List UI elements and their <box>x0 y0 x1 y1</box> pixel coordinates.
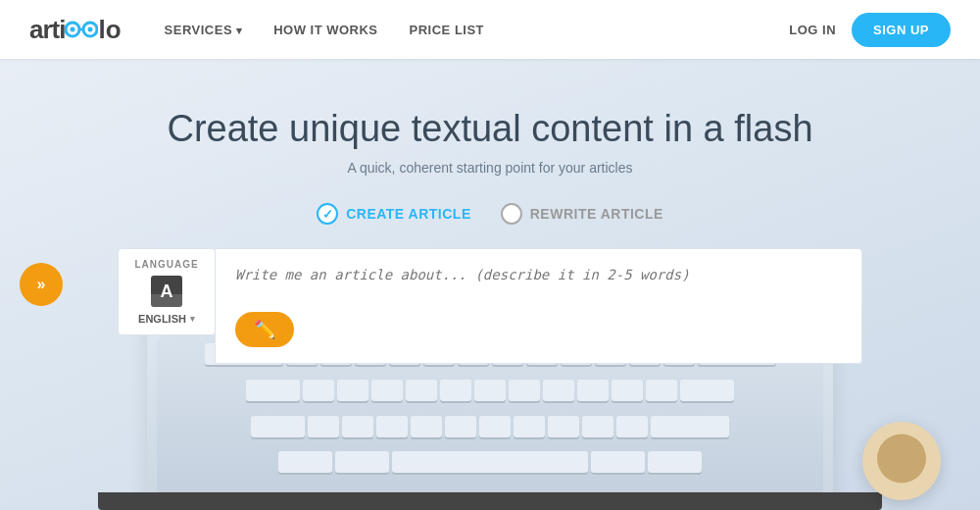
key <box>251 416 305 437</box>
svg-point-2 <box>71 27 75 32</box>
logo-glasses-icon <box>65 20 98 39</box>
hero-subtitle: A quick, coherent starting point for you… <box>347 160 632 176</box>
key <box>648 451 702 473</box>
language-selector[interactable]: LANGUAGE ENGLISH ▾ <box>118 248 216 335</box>
key <box>278 451 332 473</box>
key <box>591 451 645 473</box>
key <box>582 416 613 437</box>
key <box>337 380 368 401</box>
key <box>303 380 334 401</box>
article-topic-input[interactable] <box>235 267 842 298</box>
logo: arti lo <box>29 15 122 45</box>
key <box>371 380 403 401</box>
key <box>514 416 545 437</box>
article-type-selector: CREATE ARTICLE REWRITE ARTICLE <box>317 203 663 225</box>
spacebar-key <box>392 451 588 473</box>
rewrite-article-option[interactable]: REWRITE ARTICLE <box>501 203 663 225</box>
logo-text-arti: arti <box>29 15 65 45</box>
key <box>335 451 389 473</box>
key <box>342 416 373 437</box>
key <box>680 380 734 401</box>
create-article-radio[interactable] <box>317 203 338 225</box>
key <box>246 380 300 401</box>
signup-button[interactable]: SIGN UP <box>852 13 951 47</box>
coffee-cup-decoration <box>862 422 941 500</box>
svg-point-3 <box>88 27 93 32</box>
key <box>577 380 609 401</box>
create-article-label: CREATE ARTICLE <box>346 206 471 222</box>
hero-title: Create unique textual content in a flash <box>167 108 812 150</box>
nav-services[interactable]: SERVICES <box>151 15 257 45</box>
key <box>612 380 643 401</box>
key <box>445 416 476 437</box>
rewrite-article-radio[interactable] <box>501 203 522 225</box>
pencil-icon: ✏️ <box>254 319 275 340</box>
article-input-row: LANGUAGE ENGLISH ▾ ✏️ <box>118 248 862 364</box>
laptop-base-decoration <box>98 492 882 510</box>
key <box>646 380 677 401</box>
key <box>509 380 540 401</box>
key <box>616 416 648 437</box>
key <box>479 416 511 437</box>
key <box>406 380 437 401</box>
chevron-down-icon: ▾ <box>190 314 195 324</box>
create-article-option[interactable]: CREATE ARTICLE <box>317 203 471 225</box>
header-actions: LOG IN SIGN UP <box>789 13 951 47</box>
key <box>543 380 574 401</box>
key <box>548 416 579 437</box>
language-label: LANGUAGE <box>134 259 198 270</box>
login-button[interactable]: LOG IN <box>789 23 836 37</box>
key <box>411 416 442 437</box>
language-flag-icon <box>151 276 182 307</box>
nav-how-it-works[interactable]: HOW IT WORKS <box>260 15 391 45</box>
prev-arrow-button[interactable]: » <box>20 263 63 306</box>
header: arti lo SERVICES HOW IT WORKS PRICE LIST… <box>0 0 980 59</box>
main-nav: SERVICES HOW IT WORKS PRICE LIST <box>151 15 790 45</box>
rewrite-article-label: REWRITE ARTICLE <box>530 206 663 222</box>
chevron-left-icon: » <box>37 276 46 293</box>
language-dropdown[interactable]: ENGLISH ▾ <box>138 313 195 325</box>
key <box>376 416 408 437</box>
nav-price-list[interactable]: PRICE LIST <box>396 15 499 45</box>
key <box>474 380 506 401</box>
key <box>308 416 339 437</box>
hero-section: » Create unique textual content in a fla… <box>0 59 980 510</box>
generate-button[interactable]: ✏️ <box>235 312 294 347</box>
language-value: ENGLISH <box>138 313 186 325</box>
key <box>440 380 471 401</box>
logo-text-lo: lo <box>98 15 121 45</box>
key <box>651 416 729 437</box>
article-topic-input-box: ✏️ <box>215 248 862 364</box>
